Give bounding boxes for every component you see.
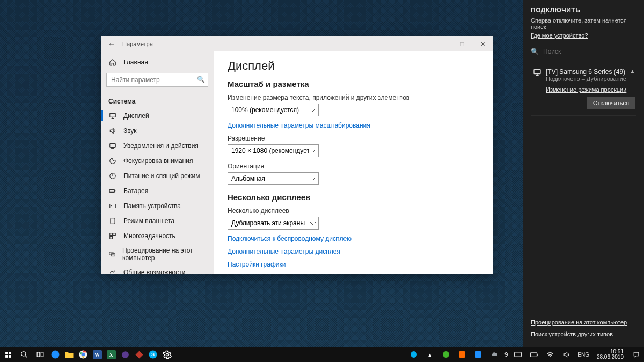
tray-onedrive-icon[interactable] bbox=[487, 347, 501, 362]
maximize-button[interactable]: □ bbox=[452, 36, 472, 51]
close-button[interactable]: ✕ bbox=[472, 36, 493, 51]
link-project-to-this-pc[interactable]: Проецирование на этот компьютер bbox=[531, 319, 636, 326]
sidebar-item-label: Режим планшета bbox=[123, 217, 174, 225]
tray-keyboard-icon[interactable] bbox=[511, 347, 525, 362]
tray-badge-count[interactable]: 9 bbox=[503, 347, 509, 362]
app-explorer-icon[interactable] bbox=[62, 347, 76, 362]
svg-point-23 bbox=[122, 351, 129, 358]
svg-rect-9 bbox=[110, 237, 113, 239]
minimize-button[interactable]: – bbox=[431, 36, 452, 51]
app-generic1-icon[interactable] bbox=[118, 347, 132, 362]
sidebar-item-label: Уведомления и действия bbox=[123, 142, 199, 150]
device-name: [TV] Samsung 6 Series (49) bbox=[546, 68, 626, 76]
svg-rect-0 bbox=[110, 113, 116, 117]
sidebar-item-notifications[interactable]: Уведомления и действия bbox=[101, 138, 214, 153]
link-change-projection[interactable]: Изменение режима проекции bbox=[546, 86, 633, 93]
tray-app2-icon[interactable] bbox=[455, 347, 469, 362]
sidebar-search-input[interactable] bbox=[106, 73, 208, 87]
tray-app1-icon[interactable] bbox=[439, 347, 453, 362]
sidebar-item-focus[interactable]: Фокусировка внимания bbox=[101, 153, 214, 168]
sidebar: Главная 🔍 Система Дисплей Звук Уведомлен… bbox=[101, 51, 214, 274]
task-view-button[interactable] bbox=[32, 347, 48, 362]
tray-app3-icon[interactable] bbox=[471, 347, 485, 362]
app-generic2-icon[interactable] bbox=[132, 347, 146, 362]
chevron-up-icon[interactable]: ▲ bbox=[630, 68, 635, 75]
multitask-icon bbox=[108, 232, 117, 240]
connect-hint: Сперва отключите, затем начнется поиск bbox=[531, 17, 636, 30]
app-skype-icon[interactable]: S bbox=[146, 347, 160, 362]
multi-select[interactable]: Дублировать эти экраны bbox=[228, 217, 319, 230]
sidebar-category-label: Система bbox=[108, 98, 136, 105]
start-button[interactable] bbox=[0, 347, 16, 362]
device-status: Подключено – Дублирование bbox=[546, 76, 626, 82]
tray-battery-icon[interactable] bbox=[527, 347, 541, 362]
svg-rect-27 bbox=[515, 352, 522, 357]
settings-window: ← Параметры – □ ✕ Главная 🔍 Система Ди bbox=[101, 36, 493, 274]
sidebar-item-label: Дисплей bbox=[123, 112, 149, 120]
svg-point-26 bbox=[166, 353, 168, 356]
scale-select[interactable]: 100% (рекомендуется) bbox=[228, 104, 319, 116]
connect-title: ПОДКЛЮЧИТЬ bbox=[531, 6, 636, 14]
link-find-other-devices[interactable]: Поиск устройств других типов bbox=[531, 331, 636, 337]
svg-rect-1 bbox=[110, 143, 116, 147]
link-advanced-scaling[interactable]: Дополнительные параметры масштабирования bbox=[228, 122, 479, 129]
app-edge-icon[interactable] bbox=[48, 347, 62, 362]
svg-rect-19 bbox=[41, 352, 43, 357]
sound-icon bbox=[108, 127, 117, 135]
svg-point-20 bbox=[52, 351, 60, 359]
sidebar-item-power[interactable]: Питание и спящий режим bbox=[101, 168, 214, 183]
orientation-select[interactable]: Альбомная bbox=[228, 172, 319, 185]
tray-language[interactable]: ENG bbox=[575, 352, 591, 358]
focus-icon bbox=[108, 157, 117, 165]
resolution-select[interactable]: 1920 × 1080 (рекомендуется) bbox=[228, 144, 319, 157]
svg-rect-15 bbox=[5, 355, 8, 358]
link-where-device[interactable]: Где мое устройство? bbox=[531, 32, 636, 39]
sidebar-item-battery[interactable]: Батарея bbox=[101, 183, 214, 198]
sidebar-item-label: Фокусировка внимания bbox=[123, 157, 193, 165]
tablet-icon bbox=[108, 217, 117, 225]
device-card[interactable]: [TV] Samsung 6 Series (49) Подключено – … bbox=[531, 64, 636, 116]
svg-point-5 bbox=[111, 205, 112, 206]
disconnect-button[interactable]: Отключиться bbox=[587, 97, 635, 109]
tray-skype-icon[interactable] bbox=[407, 347, 421, 362]
section-multi: Несколько дисплеев bbox=[228, 193, 479, 202]
sidebar-item-tablet[interactable]: Режим планшета bbox=[101, 213, 214, 228]
tray-clock[interactable]: 10:51 28.06.2019 bbox=[594, 349, 627, 360]
link-advanced-display[interactable]: Дополнительные параметры дисплея bbox=[228, 248, 479, 255]
link-wireless-display[interactable]: Подключиться к беспроводному дисплею bbox=[228, 235, 479, 242]
sidebar-item-projecting[interactable]: Проецирование на этот компьютер bbox=[101, 243, 214, 265]
app-word-icon[interactable]: W bbox=[90, 347, 104, 362]
sidebar-item-sound[interactable]: Звук bbox=[101, 123, 214, 138]
tray-chevron-up-icon[interactable]: ▲ bbox=[423, 347, 437, 362]
app-chrome-icon[interactable] bbox=[76, 347, 90, 362]
sidebar-home[interactable]: Главная bbox=[101, 55, 214, 70]
sidebar-item-storage[interactable]: Память устройства bbox=[101, 198, 214, 213]
app-settings-icon[interactable] bbox=[160, 347, 174, 362]
sidebar-category: Система bbox=[101, 92, 214, 108]
svg-rect-18 bbox=[37, 352, 40, 357]
section-scale: Масштаб и разметка bbox=[228, 79, 479, 88]
connect-search-input[interactable] bbox=[543, 48, 636, 55]
svg-rect-12 bbox=[534, 70, 540, 74]
svg-rect-14 bbox=[9, 352, 11, 354]
svg-rect-13 bbox=[5, 352, 8, 354]
link-graphics-settings[interactable]: Настройки графики bbox=[228, 261, 479, 268]
content-area: Дисплей Масштаб и разметка Изменение раз… bbox=[214, 51, 493, 274]
svg-rect-3 bbox=[109, 190, 114, 193]
tray-action-center-icon[interactable] bbox=[629, 347, 643, 362]
app-excel-icon[interactable]: X bbox=[104, 347, 118, 362]
search-button[interactable] bbox=[16, 347, 32, 362]
tray-volume-icon[interactable] bbox=[559, 347, 573, 362]
sidebar-item-shared[interactable]: Общие возможности bbox=[101, 265, 214, 274]
sidebar-item-label: Многозадачность bbox=[123, 232, 175, 240]
back-button[interactable]: ← bbox=[101, 40, 122, 48]
system-tray: ▲ 9 ENG 10:51 28.06.2019 bbox=[407, 347, 644, 362]
monitor-icon bbox=[533, 68, 541, 77]
search-icon: 🔍 bbox=[531, 48, 539, 55]
tray-network-icon[interactable] bbox=[543, 347, 557, 362]
shared-icon bbox=[108, 268, 117, 274]
connect-panel: ПОДКЛЮЧИТЬ Сперва отключите, затем начне… bbox=[523, 0, 644, 347]
sidebar-item-multitasking[interactable]: Многозадачность bbox=[101, 228, 214, 243]
sidebar-item-display[interactable]: Дисплей bbox=[101, 108, 214, 123]
window-title: Параметры bbox=[122, 41, 154, 47]
